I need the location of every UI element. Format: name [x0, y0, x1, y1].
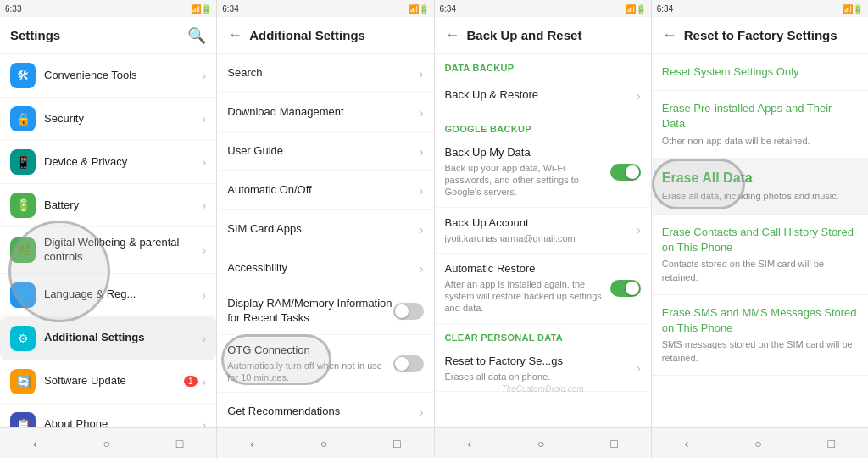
arrow-factory-reset-entry: › [637, 361, 641, 375]
arrow-accessibility: › [420, 262, 424, 276]
item-auto-restore[interactable]: Automatic Restore After an app is instal… [435, 254, 651, 324]
toggle-otg[interactable] [393, 355, 424, 372]
status-bars-container: 6:33 📶🔋 6:34 📶🔋 6:34 📶🔋 6:34 📶🔋 [0, 0, 868, 17]
back-icon-factory[interactable]: ← [662, 26, 677, 44]
subtitle-erase-preinstalled: Other non-app data will be retained. [662, 135, 858, 148]
label-auto-onoff: Automatic On/Off [227, 183, 420, 198]
status-bar-4: 6:34 📶🔋 [652, 0, 868, 17]
toggle-backup-mydata[interactable] [610, 164, 641, 181]
label-backup-account: Back Up Account [445, 216, 637, 231]
item-factory-reset-entry[interactable]: Reset to Factory Se...gs Erases all data… [435, 346, 651, 392]
label-auto-restore: Automatic Restore [445, 262, 610, 276]
item-device-privacy[interactable]: 📱 Device & Privacy › [0, 141, 216, 184]
subtitle-backup-account: jyoti.karunasharma@gmail.com [445, 232, 637, 244]
item-user-guide[interactable]: User Guide › [217, 132, 433, 171]
backup-title: Back Up and Reset [467, 28, 641, 42]
item-backup-restore[interactable]: Back Up & Restore › [435, 76, 651, 115]
badge-software: 1 [184, 376, 198, 387]
settings-search-icon[interactable]: 🔍 [187, 26, 206, 45]
time-2: 6:34 [222, 4, 238, 14]
nav-home-1[interactable]: ○ [96, 433, 116, 454]
back-icon-backup[interactable]: ← [445, 26, 460, 44]
label-backup-my-data: Back Up My Data [445, 146, 610, 160]
nav-recents-4[interactable]: □ [821, 433, 842, 454]
arrow-backup-restore: › [637, 89, 641, 103]
status-bar-2: 6:34 📶🔋 [217, 0, 434, 17]
label-backup-restore: Back Up & Restore [445, 88, 637, 103]
factory-list: Reset System Settings Only Erase Pre-ins… [652, 54, 868, 427]
nav-back-3[interactable]: ‹ [460, 433, 478, 454]
toggle-auto-restore[interactable] [610, 280, 641, 297]
label-battery: Battery [44, 198, 203, 213]
label-display-ram: Display RAM/Memory Information for Recen… [227, 297, 392, 326]
factory-title: Reset to Factory Settings [684, 28, 858, 42]
item-convenience-tools[interactable]: 🛠 Convenience Tools › [0, 54, 216, 98]
item-battery[interactable]: 🔋 Battery › [0, 184, 216, 227]
label-reset-system: Reset System Settings Only [662, 64, 858, 80]
arrow-wellbeing: › [203, 243, 207, 257]
item-security[interactable]: 🔒 Security › [0, 98, 216, 141]
time-3: 6:34 [440, 4, 456, 14]
arrow-language: › [203, 288, 207, 302]
label-wellbeing: Digital Wellbeing & parental controls [44, 236, 203, 265]
back-icon-additional[interactable]: ← [227, 26, 242, 44]
icon-security: 🔒 [10, 106, 36, 131]
label-device: Device & Privacy [44, 155, 203, 170]
item-digital-wellbeing[interactable]: 🌿 Digital Wellbeing & parental controls … [0, 227, 216, 274]
item-additional-settings[interactable]: ⚙ Additional Settings › [0, 317, 216, 360]
icon-language: 🌐 [10, 282, 36, 308]
item-sim-card-apps[interactable]: SIM Card Apps › [217, 210, 433, 249]
item-erase-contacts[interactable]: Erase Contacts and Call History Stored o… [652, 215, 868, 295]
item-erase-all[interactable]: Erase All Data Erase all data, including… [652, 159, 868, 215]
item-backup-my-data[interactable]: Back Up My Data Back up your app data, W… [435, 137, 651, 208]
label-language: Language & Reg... [44, 288, 203, 302]
item-search[interactable]: Search › [217, 54, 433, 93]
nav-recents-1[interactable]: □ [170, 433, 190, 454]
item-recommendations[interactable]: Get Recommendations › [217, 393, 433, 427]
item-about-phone[interactable]: 📋 About Phone › [0, 404, 216, 427]
arrow-sim-card: › [420, 223, 424, 237]
nav-home-2[interactable]: ○ [314, 433, 334, 454]
bottom-nav-1: ‹ ○ □ [0, 428, 217, 458]
time-4: 6:34 [657, 4, 673, 14]
label-recommendations: Get Recommendations [227, 405, 420, 419]
status-bar-1: 6:33 📶🔋 [0, 0, 217, 17]
settings-title: Settings [10, 28, 187, 42]
panel-additional-settings: ← Additional Settings Search › Download … [217, 17, 434, 427]
arrow-search: › [420, 67, 424, 81]
panel-settings: Settings 🔍 🛠 Convenience Tools › 🔒 Secur… [0, 17, 217, 427]
item-accessibility[interactable]: Accessibility › [217, 249, 433, 288]
toggle-display-ram[interactable] [393, 303, 424, 320]
backup-list: DATA BACKUP Back Up & Restore › GOOGLE B… [435, 54, 651, 427]
icons-1: 📶🔋 [191, 4, 211, 14]
item-otg[interactable]: OTG Connection Automatically turn off wh… [217, 335, 433, 393]
settings-header: Settings 🔍 [0, 17, 216, 54]
item-download-mgmt[interactable]: Download Management › [217, 93, 433, 132]
nav-home-3[interactable]: ○ [531, 433, 551, 454]
item-erase-sms[interactable]: Erase SMS and MMS Messages Stored on Thi… [652, 295, 868, 376]
label-factory-reset-entry: Reset to Factory Se...gs [445, 355, 637, 369]
icons-3: 📶🔋 [626, 4, 646, 14]
item-erase-preinstalled[interactable]: Erase Pre-installed Apps and Their Data … [652, 91, 868, 159]
item-software-update[interactable]: 🔄 Software Update 1 › [0, 360, 216, 404]
icon-software: 🔄 [10, 369, 36, 394]
label-search: Search [227, 66, 420, 81]
item-reset-system[interactable]: Reset System Settings Only [652, 54, 868, 91]
bottom-nav-4: ‹ ○ □ [652, 428, 868, 458]
nav-recents-2[interactable]: □ [387, 433, 407, 454]
arrow-device: › [203, 155, 207, 169]
item-language[interactable]: 🌐 Language & Reg... › [0, 274, 216, 317]
nav-back-1[interactable]: ‹ [26, 433, 44, 454]
nav-home-4[interactable]: ○ [748, 433, 768, 454]
status-bar-3: 6:34 📶🔋 [435, 0, 652, 17]
arrow-backup-account: › [637, 223, 641, 237]
nav-recents-3[interactable]: □ [604, 433, 624, 454]
label-erase-preinstalled: Erase Pre-installed Apps and Their Data [662, 101, 858, 131]
nav-back-4[interactable]: ‹ [678, 433, 696, 454]
item-display-ram[interactable]: Display RAM/Memory Information for Recen… [217, 288, 433, 335]
backup-header: ← Back Up and Reset [435, 17, 651, 54]
subtitle-otg: Automatically turn off when not in use f… [227, 360, 392, 384]
item-backup-account[interactable]: Back Up Account jyoti.karunasharma@gmail… [435, 208, 651, 254]
item-auto-onoff[interactable]: Automatic On/Off › [217, 171, 433, 210]
nav-back-2[interactable]: ‹ [243, 433, 261, 454]
